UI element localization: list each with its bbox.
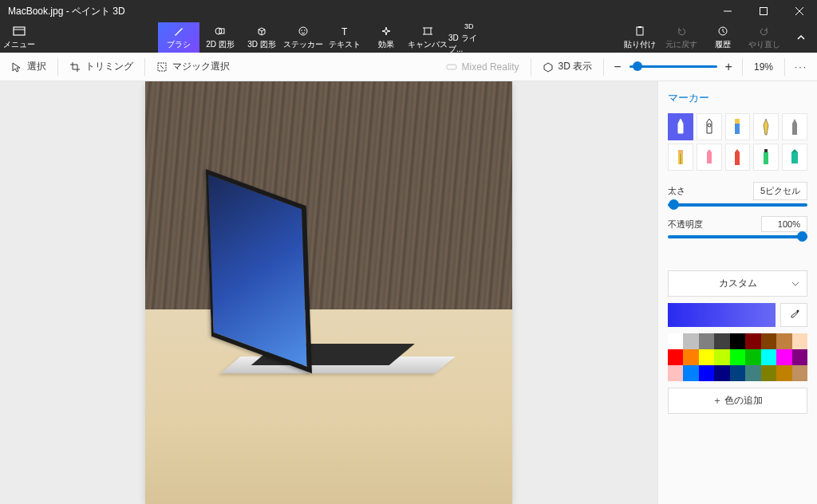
palette-color[interactable] [776,365,791,381]
shapes3d-icon [255,25,268,37]
magic-label: マジック選択 [172,60,230,73]
menu-icon [13,25,26,37]
palette-color[interactable] [699,365,714,381]
palette-color[interactable] [699,349,714,365]
palette-color[interactable] [668,333,683,349]
brush-spray[interactable] [753,144,779,171]
palette-color[interactable] [792,365,807,381]
palette-color[interactable] [668,349,683,365]
zoom-out-button[interactable]: − [614,60,621,74]
opacity-slider[interactable] [668,235,807,238]
brush-icon [172,25,185,37]
palette-color[interactable] [683,333,698,349]
eyedropper-button[interactable] [780,303,807,327]
canvas-icon [421,25,434,37]
palette-color[interactable] [761,333,776,349]
tab-3d-shapes[interactable]: 3D 図形 [241,22,282,53]
more-button[interactable]: ··· [785,61,817,73]
tab-2d-shapes[interactable]: 2D 図形 [199,22,241,53]
palette-color[interactable] [792,349,807,365]
canvas-area[interactable] [0,81,657,504]
palette-color[interactable] [745,365,760,381]
menu-button[interactable]: メニュー [0,22,38,53]
tab-canvas[interactable]: キャンバス [407,22,448,53]
crop-tool[interactable]: トリミング [58,53,144,81]
color-palette [668,333,807,381]
history-button[interactable]: 履歴 [702,22,744,53]
custom-color-dropdown[interactable]: カスタム [668,270,807,297]
current-color-swatch[interactable] [668,303,776,327]
palette-color[interactable] [730,349,745,365]
minimize-button[interactable] [709,0,745,22]
palette-color[interactable] [745,333,760,349]
history-icon [716,25,729,37]
mixed-reality-tool[interactable]: Mixed Reality [435,53,531,81]
tab-canvas-label: キャンバス [408,39,448,50]
subtoolbar: 選択 トリミング マジック選択 Mixed Reality 3D 表示 − + … [0,53,817,81]
tab-text[interactable]: T テキスト [324,22,365,53]
canvas[interactable] [145,81,512,504]
eyedropper-icon [788,309,799,321]
maximize-button[interactable] [745,0,781,22]
view3d-icon [543,61,554,73]
add-color-button[interactable]: ＋ 色の追加 [668,388,807,414]
svg-rect-26 [678,150,683,154]
thickness-slider[interactable] [668,203,807,207]
svg-rect-30 [791,152,798,163]
select-label: 選択 [27,60,46,73]
cursor-icon [11,61,22,73]
palette-color[interactable] [792,333,807,349]
magic-select-tool[interactable]: マジック選択 [145,53,241,81]
brush-crayon[interactable] [697,144,722,171]
select-tool[interactable]: 選択 [0,53,57,81]
brush-fill[interactable] [782,144,807,171]
tab-brush[interactable]: ブラシ [158,22,199,53]
palette-color[interactable] [730,333,745,349]
undo-button[interactable]: 元に戻す [661,22,702,53]
zoom-percent[interactable]: 19% [743,61,784,73]
zoom-in-button[interactable]: + [725,60,732,74]
crop-icon [69,61,81,73]
tab-3d-library[interactable]: 3D 3D ライブ... [448,22,490,53]
titlebar: MacBook.jpg - ペイント 3D [0,0,817,22]
zoom-slider[interactable] [630,65,717,68]
brush-pixel[interactable] [725,144,751,171]
add-color-label: 色の追加 [724,395,763,406]
palette-color[interactable] [683,349,698,365]
palette-color[interactable] [730,365,745,381]
palette-color[interactable] [776,333,791,349]
ribbon-collapse[interactable] [785,22,817,53]
brush-oil[interactable] [725,113,751,140]
brush-marker[interactable] [668,113,693,140]
palette-color[interactable] [683,365,698,381]
svg-rect-29 [764,149,768,152]
brush-calligraphy[interactable] [697,113,722,140]
palette-color[interactable] [761,349,776,365]
close-button[interactable] [781,0,817,22]
brush-pencil[interactable] [782,113,807,140]
paste-button[interactable]: 貼り付け [619,22,661,53]
svg-point-31 [797,310,799,313]
thickness-value[interactable]: 5ピクセル [753,182,807,200]
sticker-icon [297,25,310,37]
palette-color[interactable] [745,349,760,365]
brush-watercolor[interactable] [753,113,779,140]
tab-sticker[interactable]: ステッカー [282,22,324,53]
tab-effects[interactable]: 効果 [365,22,407,53]
view3d-tool[interactable]: 3D 表示 [531,53,604,81]
crop-label: トリミング [85,60,133,73]
svg-point-23 [708,124,711,127]
brush-eraser[interactable] [668,144,693,171]
svg-point-9 [301,30,302,31]
opacity-value[interactable]: 100% [761,216,807,232]
redo-button[interactable]: やり直し [744,22,785,53]
palette-color[interactable] [699,333,714,349]
palette-color[interactable] [714,333,729,349]
palette-color[interactable] [714,365,729,381]
palette-color[interactable] [776,349,791,365]
lib3d-icon: 3D [463,20,476,31]
palette-color[interactable] [761,365,776,381]
palette-color[interactable] [714,349,729,365]
palette-color[interactable] [668,365,683,381]
undo-icon [675,25,688,37]
